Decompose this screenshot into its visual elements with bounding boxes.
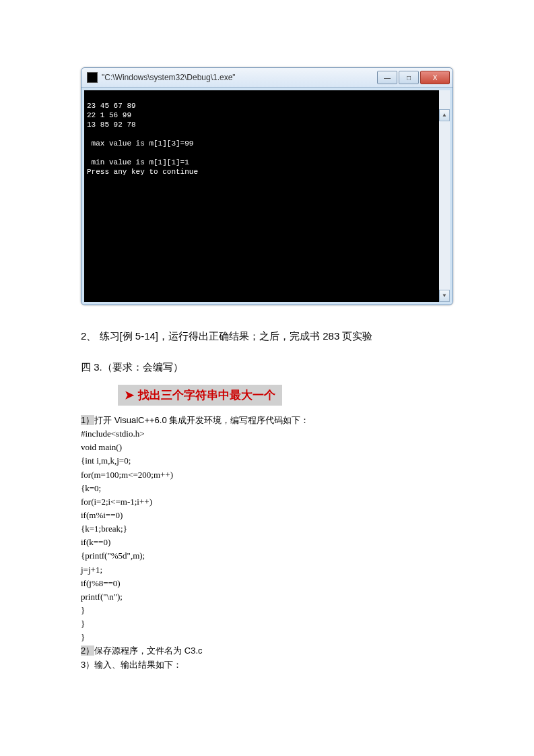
code-line: {k=1;break;} <box>81 522 453 536</box>
code-line: #include<stdio.h> <box>81 427 453 441</box>
code-line: if(m%i==0) <box>81 509 453 522</box>
code-line: } <box>81 604 453 617</box>
step-text: 打开 VisualC++6.0 集成开发环境，编写程序代码如下： <box>94 415 309 425</box>
console-line: 22 1 56 99 <box>87 111 131 119</box>
close-button[interactable]: X <box>420 71 450 84</box>
console-window: "C:\Windows\system32\Debug\1.exe" — □ X … <box>81 67 453 305</box>
step-number: 2） <box>81 645 94 656</box>
code-line: printf("\n"); <box>81 590 453 604</box>
code-block: #include<stdio.h> void main() {int i,m,k… <box>81 427 453 644</box>
code-line: } <box>81 617 453 631</box>
step-3: 3）输入、输出结果如下： <box>81 658 453 672</box>
code-line: {k=0; <box>81 482 453 495</box>
console-line: max value is m[1][3]=99 <box>87 139 193 148</box>
step-number: 1） <box>81 415 94 425</box>
exercise-text-line2: 四 3.（要求：会编写） <box>81 355 453 379</box>
exercise-text-line1: 2、 练习[例 5-14]，运行得出正确结果；之后，完成书 283 页实验 <box>81 324 453 348</box>
code-line: j=j+1; <box>81 563 453 577</box>
vertical-scrollbar[interactable]: ▲ ▼ <box>439 90 450 302</box>
code-line: for(i=2;i<=m-1;i++) <box>81 495 453 509</box>
code-line: {printf("%5d",m); <box>81 549 453 563</box>
maximize-button[interactable]: □ <box>399 71 419 84</box>
step-text: 输入、输出结果如下： <box>94 660 182 670</box>
step-number: 3） <box>81 660 94 670</box>
window-titlebar[interactable]: "C:\Windows\system32\Debug\1.exe" — □ X <box>81 68 453 88</box>
scroll-down-button[interactable]: ▼ <box>439 290 450 302</box>
arrow-icon: ➤ <box>125 389 134 402</box>
code-line: } <box>81 631 453 644</box>
highlight-title: ➤找出三个字符串中最大一个 <box>118 385 282 406</box>
step-1: 1）打开 VisualC++6.0 集成开发环境，编写程序代码如下： <box>81 414 453 427</box>
console-output: 23 45 67 89 22 1 56 99 13 85 92 78 max v… <box>84 90 450 302</box>
console-line: min value is m[1][1]=1 <box>87 158 189 166</box>
console-line: 13 85 92 78 <box>87 121 136 129</box>
code-line: void main() <box>81 441 453 454</box>
highlight-text: 找出三个字符串中最大一个 <box>138 389 275 402</box>
step-2: 2）保存源程序，文件名为 C3.c <box>81 644 453 658</box>
code-line: {int i,m,k,j=0; <box>81 454 453 468</box>
app-icon <box>87 72 98 83</box>
step-text: 保存源程序，文件名为 C3.c <box>94 645 202 656</box>
console-line: 23 45 67 89 <box>87 102 136 110</box>
console-line: Press any key to continue <box>87 168 198 176</box>
minimize-button[interactable]: — <box>377 71 397 84</box>
code-line: for(m=100;m<=200;m++) <box>81 468 453 482</box>
scroll-up-button[interactable]: ▲ <box>439 109 450 121</box>
code-line: if(j%8==0) <box>81 577 453 590</box>
window-title: "C:\Windows\system32\Debug\1.exe" <box>102 73 376 82</box>
code-line: if(k==0) <box>81 536 453 549</box>
